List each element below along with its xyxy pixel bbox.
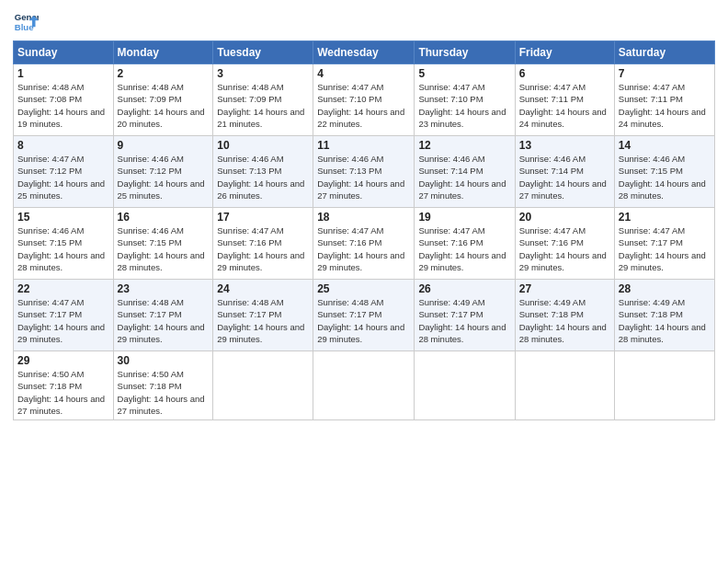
day-number: 20: [519, 211, 610, 224]
day-number: 18: [317, 211, 410, 224]
day-info: Sunrise: 4:48 AMSunset: 7:17 PMDaylight:…: [118, 296, 210, 345]
day-number: 10: [217, 139, 309, 152]
day-number: 23: [118, 282, 210, 295]
calendar-cell: 11Sunrise: 4:46 AMSunset: 7:13 PMDayligh…: [313, 136, 415, 208]
day-number: 13: [519, 139, 610, 152]
calendar-cell: 7Sunrise: 4:47 AMSunset: 7:11 PMDaylight…: [614, 64, 714, 136]
day-number: 8: [17, 139, 109, 152]
day-number: 15: [17, 211, 109, 224]
calendar-week-row: 8Sunrise: 4:47 AMSunset: 7:12 PMDaylight…: [14, 136, 715, 208]
day-number: 17: [217, 211, 309, 224]
day-info: Sunrise: 4:47 AMSunset: 7:11 PMDaylight:…: [619, 81, 711, 130]
day-number: 25: [317, 282, 410, 295]
calendar-cell: 6Sunrise: 4:47 AMSunset: 7:11 PMDaylight…: [515, 64, 614, 136]
day-info: Sunrise: 4:46 AMSunset: 7:14 PMDaylight:…: [418, 153, 510, 201]
calendar-cell: 22Sunrise: 4:47 AMSunset: 7:17 PMDayligh…: [14, 280, 114, 351]
day-info: Sunrise: 4:48 AMSunset: 7:08 PMDaylight:…: [17, 81, 109, 130]
header: General Blue: [13, 9, 715, 35]
calendar-cell: 4Sunrise: 4:47 AMSunset: 7:10 PMDaylight…: [313, 64, 415, 136]
calendar-cell: 25Sunrise: 4:48 AMSunset: 7:17 PMDayligh…: [313, 280, 415, 351]
logo: General Blue: [13, 9, 39, 35]
calendar-cell: 15Sunrise: 4:46 AMSunset: 7:15 PMDayligh…: [14, 208, 114, 280]
calendar-cell: 13Sunrise: 4:46 AMSunset: 7:14 PMDayligh…: [515, 136, 614, 208]
day-info: Sunrise: 4:49 AMSunset: 7:18 PMDaylight:…: [519, 296, 610, 345]
day-number: 3: [217, 67, 309, 80]
day-info: Sunrise: 4:47 AMSunset: 7:16 PMDaylight:…: [519, 224, 610, 273]
calendar-week-row: 15Sunrise: 4:46 AMSunset: 7:15 PMDayligh…: [14, 208, 715, 280]
calendar-cell: 21Sunrise: 4:47 AMSunset: 7:17 PMDayligh…: [614, 208, 714, 280]
calendar-cell: 3Sunrise: 4:48 AMSunset: 7:09 PMDaylight…: [213, 64, 313, 136]
calendar-cell: 24Sunrise: 4:48 AMSunset: 7:17 PMDayligh…: [213, 280, 313, 351]
day-number: 9: [118, 139, 210, 152]
day-info: Sunrise: 4:47 AMSunset: 7:16 PMDaylight:…: [317, 224, 410, 273]
calendar-cell: [313, 351, 415, 420]
header-row: SundayMondayTuesdayWednesdayThursdayFrid…: [14, 41, 715, 64]
calendar-cell: 29Sunrise: 4:50 AMSunset: 7:18 PMDayligh…: [14, 351, 114, 420]
day-number: 26: [418, 282, 510, 295]
day-number: 12: [418, 139, 510, 152]
calendar-cell: 17Sunrise: 4:47 AMSunset: 7:16 PMDayligh…: [213, 208, 313, 280]
calendar-cell: [213, 351, 313, 420]
day-info: Sunrise: 4:48 AMSunset: 7:09 PMDaylight:…: [118, 81, 210, 130]
day-number: 22: [17, 282, 109, 295]
calendar-cell: [415, 351, 515, 420]
day-info: Sunrise: 4:48 AMSunset: 7:09 PMDaylight:…: [217, 81, 309, 130]
calendar-week-row: 29Sunrise: 4:50 AMSunset: 7:18 PMDayligh…: [14, 351, 715, 420]
day-number: 5: [418, 67, 510, 80]
day-number: 29: [17, 354, 109, 367]
calendar-cell: 12Sunrise: 4:46 AMSunset: 7:14 PMDayligh…: [415, 136, 515, 208]
day-info: Sunrise: 4:49 AMSunset: 7:17 PMDaylight:…: [418, 296, 510, 345]
day-info: Sunrise: 4:46 AMSunset: 7:15 PMDaylight:…: [17, 224, 109, 273]
day-info: Sunrise: 4:46 AMSunset: 7:15 PMDaylight:…: [619, 153, 711, 201]
day-number: 7: [619, 67, 711, 80]
calendar-cell: [515, 351, 614, 420]
calendar-cell: 2Sunrise: 4:48 AMSunset: 7:09 PMDaylight…: [113, 64, 213, 136]
calendar-cell: 26Sunrise: 4:49 AMSunset: 7:17 PMDayligh…: [415, 280, 515, 351]
calendar-cell: 30Sunrise: 4:50 AMSunset: 7:18 PMDayligh…: [113, 351, 213, 420]
calendar-cell: 16Sunrise: 4:46 AMSunset: 7:15 PMDayligh…: [113, 208, 213, 280]
calendar-week-row: 22Sunrise: 4:47 AMSunset: 7:17 PMDayligh…: [14, 280, 715, 351]
weekday-header: Thursday: [415, 41, 515, 64]
calendar-cell: 14Sunrise: 4:46 AMSunset: 7:15 PMDayligh…: [614, 136, 714, 208]
day-number: 28: [619, 282, 711, 295]
day-info: Sunrise: 4:47 AMSunset: 7:10 PMDaylight:…: [317, 81, 410, 130]
svg-text:Blue: Blue: [15, 22, 34, 32]
calendar-cell: 10Sunrise: 4:46 AMSunset: 7:13 PMDayligh…: [213, 136, 313, 208]
calendar-cell: 9Sunrise: 4:46 AMSunset: 7:12 PMDaylight…: [113, 136, 213, 208]
calendar-cell: 1Sunrise: 4:48 AMSunset: 7:08 PMDaylight…: [14, 64, 114, 136]
day-number: 19: [418, 211, 510, 224]
logo-icon: General Blue: [13, 9, 39, 35]
day-number: 14: [619, 139, 711, 152]
calendar-cell: 18Sunrise: 4:47 AMSunset: 7:16 PMDayligh…: [313, 208, 415, 280]
day-info: Sunrise: 4:47 AMSunset: 7:16 PMDaylight:…: [418, 224, 510, 273]
day-number: 21: [619, 211, 711, 224]
calendar-cell: 27Sunrise: 4:49 AMSunset: 7:18 PMDayligh…: [515, 280, 614, 351]
day-info: Sunrise: 4:47 AMSunset: 7:11 PMDaylight:…: [519, 81, 610, 130]
day-info: Sunrise: 4:46 AMSunset: 7:15 PMDaylight:…: [118, 224, 210, 273]
weekday-header: Wednesday: [313, 41, 415, 64]
calendar-cell: 20Sunrise: 4:47 AMSunset: 7:16 PMDayligh…: [515, 208, 614, 280]
day-number: 27: [519, 282, 610, 295]
day-info: Sunrise: 4:46 AMSunset: 7:14 PMDaylight:…: [519, 153, 610, 201]
page: General Blue SundayMondayTuesdayWednesda…: [0, 0, 728, 563]
calendar: SundayMondayTuesdayWednesdayThursdayFrid…: [13, 40, 715, 420]
day-number: 11: [317, 139, 410, 152]
weekday-header: Sunday: [14, 41, 114, 64]
day-info: Sunrise: 4:47 AMSunset: 7:10 PMDaylight:…: [418, 81, 510, 130]
calendar-cell: 19Sunrise: 4:47 AMSunset: 7:16 PMDayligh…: [415, 208, 515, 280]
calendar-cell: 5Sunrise: 4:47 AMSunset: 7:10 PMDaylight…: [415, 64, 515, 136]
day-info: Sunrise: 4:47 AMSunset: 7:12 PMDaylight:…: [17, 153, 109, 201]
day-info: Sunrise: 4:48 AMSunset: 7:17 PMDaylight:…: [317, 296, 410, 345]
day-info: Sunrise: 4:46 AMSunset: 7:12 PMDaylight:…: [118, 153, 210, 201]
day-info: Sunrise: 4:47 AMSunset: 7:17 PMDaylight:…: [619, 224, 711, 273]
day-info: Sunrise: 4:48 AMSunset: 7:17 PMDaylight:…: [217, 296, 309, 345]
day-info: Sunrise: 4:50 AMSunset: 7:18 PMDaylight:…: [17, 368, 109, 417]
day-number: 6: [519, 67, 610, 80]
calendar-cell: 8Sunrise: 4:47 AMSunset: 7:12 PMDaylight…: [14, 136, 114, 208]
day-number: 16: [118, 211, 210, 224]
day-info: Sunrise: 4:47 AMSunset: 7:17 PMDaylight:…: [17, 296, 109, 345]
day-number: 4: [317, 67, 410, 80]
day-info: Sunrise: 4:46 AMSunset: 7:13 PMDaylight:…: [217, 153, 309, 201]
weekday-header: Saturday: [614, 41, 714, 64]
day-info: Sunrise: 4:49 AMSunset: 7:18 PMDaylight:…: [619, 296, 711, 345]
